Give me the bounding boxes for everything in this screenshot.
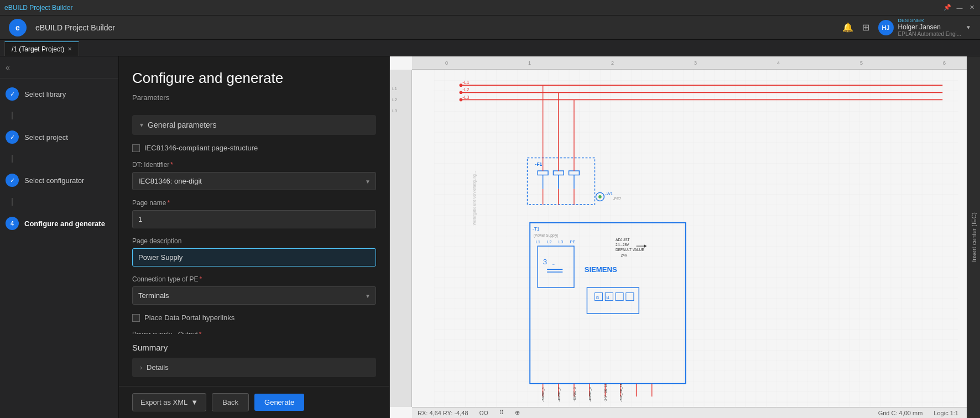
config-title: Configure and generate [132,70,376,87]
titlebar-app-name: eBUILD Project Builder [4,4,72,12]
svg-rect-1 [434,70,958,407]
svg-point-8 [460,83,463,87]
svg-point-23 [598,195,602,198]
connection-type-label: Connection type of PE* [132,275,376,283]
config-panel: Configure and generate Parameters ▾ Gene… [119,56,390,418]
step-label-1: Select library [24,90,66,98]
iec81346-checkbox[interactable] [132,144,140,152]
sidebar-collapse-icon[interactable]: « [6,63,10,72]
close-icon[interactable]: ✕ [968,4,976,12]
config-header: Configure and generate Parameters [119,56,389,115]
export-chevron-icon: ▼ [191,398,198,406]
section-general-parameters[interactable]: ▾ General parameters [132,115,376,135]
config-body: ▾ General parameters IEC81346-compliant … [119,115,389,334]
grid-icon[interactable]: ⊞ [862,22,869,33]
chevron-right-icon: › [140,364,142,372]
svg-text:-PE7: -PE7 [613,197,621,201]
connection-type-select-wrapper: Terminals Direct None [132,286,376,305]
bell-icon[interactable]: 🔔 [842,22,853,33]
page-name-group: Page name* [132,199,376,228]
step-circle-1: ✓ [6,87,19,101]
minimize-icon[interactable]: — [956,4,963,12]
svg-text:-40VDC_4: -40VDC_4 [588,387,592,401]
coordinates-display: RX: 4,64 RY: -4,48 [418,410,468,416]
svg-text:-24V_OK_13: -24V_OK_13 [604,384,607,402]
page-name-input[interactable] [132,210,376,228]
pin-icon[interactable]: 📌 [943,4,951,12]
page-name-label: Page name* [132,199,376,207]
svg-text:PE: PE [570,239,575,244]
nav-step-select-library[interactable]: ✓ Select library [6,87,113,101]
svg-text:-L2: -L2 [462,87,470,92]
avatar: HJ [878,20,894,35]
dt-identifier-label: DT: Identifier* [132,161,376,169]
summary-title: Summary [132,343,376,352]
nav-step-configure-generate[interactable]: 4 Configure and generate [6,217,113,230]
tabbar: /1 (Target Project) ✕ [0,40,980,56]
page-description-input[interactable] [132,248,376,267]
back-button[interactable]: Back [212,393,249,411]
svg-text:-24VDC_1: -24VDC_1 [541,387,545,401]
grid-dots-icon: ⠿ [499,409,504,416]
schematic-content: -L1 -L2 -L3 -F1 [412,70,980,407]
user-profile[interactable]: HJ DESIGNER Holger Jansen EPLAN Automate… [878,18,971,37]
statusbar: RX: 4,64 RY: -4,48 ΩΩ ⠿ ⊕ Grid C: 4,00 m… [412,407,980,418]
connection-type-group: Connection type of PE* Terminals Direct … [132,275,376,305]
step-label-2: Select project [24,133,68,142]
page-description-label: Page description [132,237,376,245]
page-description-group: Page description [132,237,376,267]
nav-steps: ✓ Select library ✓ Select project ✓ Sele… [0,79,118,239]
drawing-area: 0 1 2 3 4 5 6 L1 L2 L3 [390,56,980,418]
export-label: Export as XML [140,398,187,406]
svg-text:-40VDC_3: -40VDC_3 [573,387,576,401]
main-layout: « ✓ Select library ✓ Select project ✓ Se… [0,56,980,418]
chevron-down-icon: ▼ [966,24,971,30]
connection-type-select[interactable]: Terminals Direct None [132,286,376,305]
nav-step-select-project[interactable]: ✓ Select project [6,130,113,144]
export-xml-button[interactable]: Export as XML ▼ [132,393,206,411]
config-footer: Export as XML ▼ Back Generate [119,386,389,418]
step-label-3: Select configurator [24,176,84,185]
tab-target-project[interactable]: /1 (Target Project) ✕ [4,41,79,56]
dt-identifier-group: DT: Identifier* IEC81346: one-digit IEC8… [132,161,376,190]
topbar: e eBUILD Project Builder 🔔 ⊞ HJ DESIGNER… [0,15,980,40]
svg-text:L2: L2 [547,239,551,244]
svg-text:L3: L3 [559,239,563,244]
generate-button[interactable]: Generate [254,394,304,411]
svg-text:-24V_OK_14: -24V_OK_14 [619,384,623,402]
svg-text:-T1: -T1 [533,226,540,232]
svg-text:3: 3 [543,258,547,266]
titlebar: eBUILD Project Builder 📌 — ✕ [0,0,980,15]
svg-text:I3: I3 [596,296,599,300]
topbar-icons: 🔔 ⊞ [842,22,869,33]
dataportal-checkbox[interactable] [132,314,140,322]
sidebar: « ✓ Select library ✓ Select project ✓ Se… [0,56,119,418]
cursor-icon: ⊕ [515,409,520,416]
summary-section: Summary › Details [119,334,389,386]
step-connector-2 [12,155,13,163]
svg-text:-40VDC_2: -40VDC_2 [557,387,561,401]
summary-details-item[interactable]: › Details [132,358,376,377]
step-circle-4: 4 [6,217,19,230]
ruler-vertical: L1 L2 L3 [390,70,412,407]
step-circle-3: ✓ [6,174,19,187]
step-connector-3 [12,198,13,206]
insert-center-tab[interactable]: Insert center (IEC) [967,56,980,418]
dataportal-label: Place Data Portal hyperlinks [144,314,234,322]
user-info: DESIGNER Holger Jansen EPLAN Automated E… [898,18,962,37]
svg-text:ADJUST: ADJUST [616,238,629,242]
tab-close-icon[interactable]: ✕ [67,46,72,52]
app-title: eBUILD Project Builder [35,23,115,32]
n-icons: ΩΩ [479,410,488,416]
nav-step-select-configurator[interactable]: ✓ Select configurator [6,174,113,187]
titlebar-left: eBUILD Project Builder [4,4,72,12]
step-circle-2: ✓ [6,130,19,144]
svg-text:~: ~ [552,262,555,267]
schematic-svg: -L1 -L2 -L3 -F1 [412,70,980,407]
dataportal-checkbox-group: Place Data Portal hyperlinks [132,314,376,322]
svg-text:-W1: -W1 [605,191,613,196]
sidebar-header: « [0,56,118,79]
svg-text:-L1: -L1 [462,80,470,85]
svg-text:L1: L1 [536,239,540,244]
dt-identifier-select[interactable]: IEC81346: one-digit IEC81346: two-digit … [132,172,376,190]
